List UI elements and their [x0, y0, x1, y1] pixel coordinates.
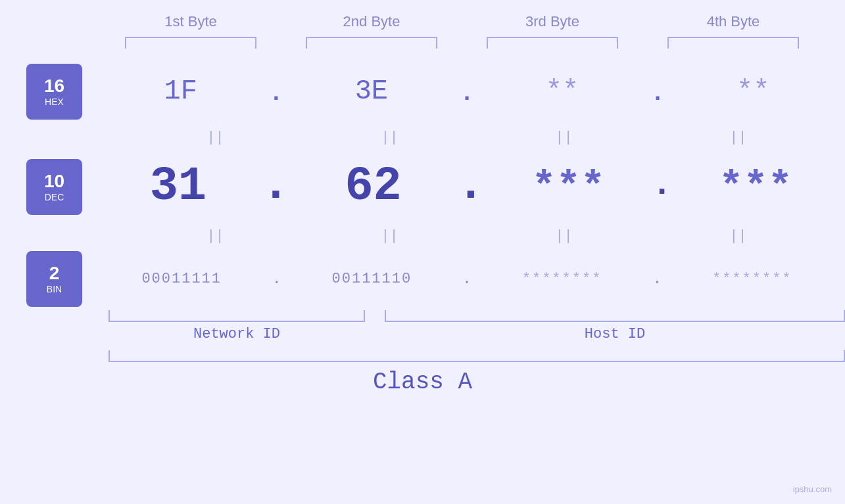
bin-b4-value: ********	[696, 271, 808, 287]
hex-b2-value: 3E	[316, 76, 427, 107]
eq2-values: || || || ||	[109, 228, 845, 244]
eq1-b3: ||	[498, 129, 630, 146]
class-label: Class A	[373, 369, 472, 396]
dec-values: 31 . 62 . *** . ***	[109, 158, 845, 216]
hex-b1-value: 1F	[125, 76, 237, 107]
hex-dot-3: .	[650, 80, 665, 107]
equals-row-1: || || || ||	[0, 121, 845, 154]
bin-badge: 2 BIN	[26, 251, 82, 307]
hex-badge: 16 HEX	[26, 64, 82, 120]
bin-badge-name: BIN	[47, 284, 62, 294]
top-brackets-row	[101, 37, 824, 49]
dec-dot-2: .	[456, 158, 485, 216]
hex-dot-2: .	[460, 80, 474, 107]
bin-badge-num: 2	[49, 263, 60, 284]
dec-badge: 10 DEC	[26, 159, 82, 215]
bottom-brackets-container	[109, 310, 845, 322]
bin-row: 2 BIN 00011111 . 00111110 . ******** . *…	[0, 252, 845, 305]
dec-b2-value: 62	[318, 160, 429, 214]
bracket-b2	[306, 37, 437, 49]
dec-dot-1: .	[262, 158, 290, 216]
bin-dot-2: .	[462, 270, 471, 288]
bottom-bracket-host	[385, 310, 845, 322]
hex-row: 16 HEX 1F . 3E . ** . **	[0, 62, 845, 121]
byte-headers-row: 1st Byte 2nd Byte 3rd Byte 4th Byte	[101, 13, 824, 30]
eq2-b3: ||	[498, 228, 630, 244]
eq2-b1: ||	[150, 228, 281, 244]
hex-badge-name: HEX	[45, 97, 64, 107]
bin-values: 00011111 . 00111110 . ******** . *******…	[109, 270, 845, 288]
bin-dot-3: .	[652, 270, 662, 288]
byte-1-header: 1st Byte	[118, 13, 263, 30]
hex-b3-value: **	[506, 76, 618, 107]
bin-b3-value: ********	[506, 271, 618, 287]
dec-badge-num: 10	[44, 171, 64, 192]
bin-b2-value: 00111110	[316, 271, 427, 287]
hex-b4-value: **	[697, 76, 809, 107]
main-container: 1st Byte 2nd Byte 3rd Byte 4th Byte 16 H…	[0, 0, 845, 504]
equals-row-2: || || || ||	[0, 219, 845, 252]
bottom-bracket-network	[109, 310, 365, 322]
byte-2-header: 2nd Byte	[299, 13, 444, 30]
bracket-b3	[487, 37, 618, 49]
dec-b1-value: 31	[122, 160, 234, 214]
full-bottom-bracket	[109, 350, 845, 362]
watermark: ipshu.com	[793, 484, 832, 494]
eq2-b4: ||	[673, 228, 804, 244]
eq1-values: || || || ||	[109, 129, 845, 146]
bracket-b4	[667, 37, 799, 49]
bin-dot-1: .	[272, 270, 281, 288]
hex-values: 1F . 3E . ** . **	[109, 76, 845, 107]
hex-badge-num: 16	[44, 76, 64, 97]
host-id-label: Host ID	[385, 326, 845, 342]
eq2-b2: ||	[324, 228, 456, 244]
dec-badge-name: DEC	[45, 192, 64, 202]
eq1-b2: ||	[324, 129, 456, 146]
eq1-b1: ||	[150, 129, 281, 146]
dec-b4-value: ***	[700, 164, 811, 210]
dec-row: 10 DEC 31 . 62 . *** . ***	[0, 154, 845, 219]
byte-3-header: 3rd Byte	[480, 13, 625, 30]
network-id-label: Network ID	[109, 326, 365, 342]
id-labels-row: Network ID Host ID	[109, 326, 845, 342]
bracket-gap	[365, 310, 385, 322]
eq1-b4: ||	[673, 129, 804, 146]
hex-dot-1: .	[269, 80, 283, 107]
dec-b3-value: ***	[512, 164, 624, 210]
byte-4-header: 4th Byte	[661, 13, 806, 30]
bracket-b1	[125, 37, 256, 49]
bin-b1-value: 00011111	[126, 271, 237, 287]
dec-dot-3: .	[652, 166, 672, 208]
